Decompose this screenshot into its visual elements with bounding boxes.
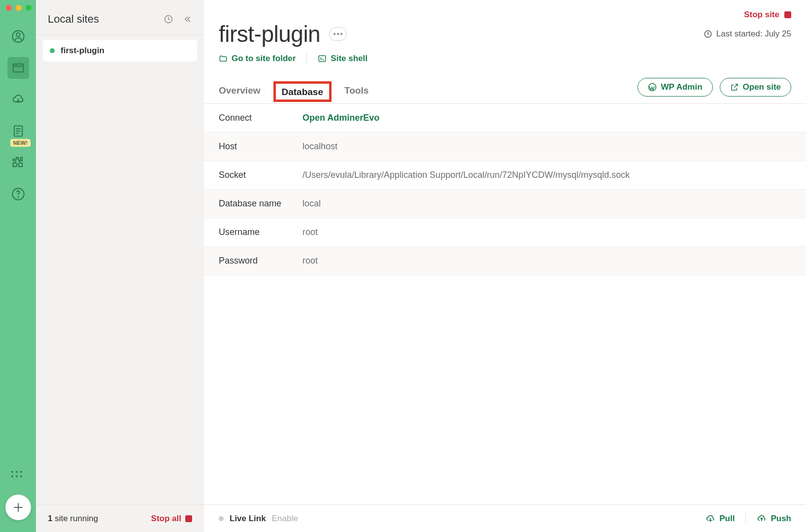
sidebar-title: Local sites bbox=[48, 13, 99, 26]
database-details: ConnectOpen AdminerEvo Hostlocalhost Soc… bbox=[204, 104, 806, 504]
stop-icon bbox=[784, 11, 791, 18]
add-site-button[interactable] bbox=[5, 495, 31, 520]
status-running-icon bbox=[50, 48, 55, 53]
tab-overview[interactable]: Overview bbox=[219, 80, 261, 101]
site-more-button[interactable] bbox=[329, 27, 347, 41]
sidebar: Local sites first-plugin 1 site running … bbox=[36, 0, 204, 532]
push-button[interactable]: Push bbox=[757, 514, 791, 524]
live-link-section: Live Link Enable bbox=[219, 514, 298, 524]
row-label: Database name bbox=[219, 199, 302, 209]
site-name-label: first-plugin bbox=[61, 46, 104, 56]
open-adminerevo-link[interactable]: Open AdminerEvo bbox=[302, 113, 379, 123]
stop-icon bbox=[185, 515, 192, 522]
nav-help[interactable] bbox=[7, 183, 29, 205]
stop-site-button[interactable]: Stop site bbox=[219, 10, 791, 20]
row-label: Connect bbox=[219, 113, 302, 123]
collapse-sidebar-icon[interactable] bbox=[182, 14, 192, 24]
external-link-icon bbox=[730, 83, 739, 92]
row-label: Socket bbox=[219, 170, 302, 180]
tab-database[interactable]: Database bbox=[273, 81, 332, 102]
svg-point-1 bbox=[16, 33, 20, 36]
pull-button[interactable]: Pull bbox=[705, 514, 735, 524]
nav-cloud[interactable] bbox=[7, 89, 29, 110]
nav-rail: NEW! bbox=[0, 0, 36, 532]
clock-icon[interactable] bbox=[164, 14, 173, 24]
clock-icon bbox=[704, 30, 712, 38]
sidebar-item-first-plugin[interactable]: first-plugin bbox=[43, 40, 197, 62]
site-shell-link[interactable]: Site shell bbox=[318, 54, 368, 64]
nav-account[interactable] bbox=[7, 26, 29, 47]
wordpress-icon bbox=[648, 83, 657, 92]
password-value: root bbox=[302, 256, 318, 266]
sidebar-header: Local sites bbox=[36, 0, 204, 35]
nav-blueprints[interactable]: NEW! bbox=[7, 120, 29, 142]
site-list: first-plugin bbox=[36, 35, 204, 504]
database-name-value: local bbox=[302, 199, 321, 209]
host-value: localhost bbox=[302, 141, 337, 152]
minimize-window-icon[interactable] bbox=[16, 5, 22, 11]
nav-sites[interactable] bbox=[7, 57, 29, 79]
page-title: first-plugin bbox=[219, 21, 320, 47]
go-to-site-folder-link[interactable]: Go to site folder bbox=[219, 54, 296, 64]
svg-rect-2 bbox=[13, 64, 23, 72]
main-panel: Stop site first-plugin Last started: Jul… bbox=[204, 0, 806, 532]
nav-apps-grid-icon[interactable] bbox=[11, 471, 25, 481]
enable-live-link-button[interactable]: Enable bbox=[272, 514, 298, 524]
open-site-button[interactable]: Open site bbox=[720, 78, 791, 97]
row-label: Username bbox=[219, 227, 302, 237]
sites-running-label: 1 site running bbox=[48, 514, 98, 524]
live-link-status-icon bbox=[219, 516, 224, 521]
separator bbox=[745, 513, 746, 524]
new-badge: NEW! bbox=[10, 139, 31, 147]
window-controls[interactable] bbox=[6, 5, 32, 11]
separator bbox=[306, 53, 307, 64]
sidebar-footer: 1 site running Stop all bbox=[36, 504, 204, 532]
live-link-label: Live Link bbox=[230, 514, 266, 524]
last-started-label: Last started: July 25 bbox=[704, 29, 791, 39]
stop-all-button[interactable]: Stop all bbox=[151, 514, 192, 524]
wp-admin-button[interactable]: WP Admin bbox=[638, 78, 712, 97]
cloud-upload-icon bbox=[757, 514, 767, 524]
socket-value: /Users/evula/Library/Application Support… bbox=[302, 170, 630, 180]
folder-icon bbox=[219, 54, 228, 63]
main-footer: Live Link Enable Pull Push bbox=[204, 504, 806, 532]
tab-tools[interactable]: Tools bbox=[344, 80, 369, 101]
svg-rect-16 bbox=[319, 56, 326, 62]
nav-addons[interactable] bbox=[7, 152, 29, 173]
username-value: root bbox=[302, 227, 318, 237]
cloud-download-icon bbox=[705, 514, 715, 524]
maximize-window-icon[interactable] bbox=[26, 5, 32, 11]
terminal-icon bbox=[318, 54, 327, 63]
svg-point-11 bbox=[18, 197, 18, 197]
tabs: Overview Database Tools bbox=[219, 80, 369, 101]
close-window-icon[interactable] bbox=[6, 5, 12, 11]
row-label: Password bbox=[219, 256, 302, 266]
row-label: Host bbox=[219, 141, 302, 152]
